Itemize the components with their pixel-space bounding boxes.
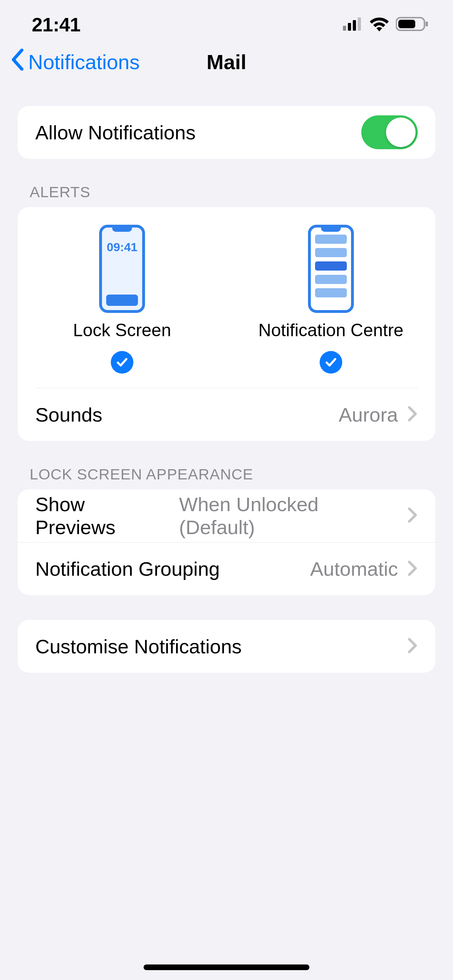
- show-previews-label: Show Previews: [35, 493, 169, 539]
- alert-option-lockscreen[interactable]: 09:41 Lock Screen: [17, 225, 227, 374]
- alert-option-notification-centre[interactable]: Notification Centre: [227, 225, 436, 374]
- battery-icon: [396, 17, 428, 33]
- customise-notifications-row[interactable]: Customise Notifications: [17, 620, 436, 673]
- svg-rect-1: [348, 23, 351, 31]
- alert-option-label: Notification Centre: [258, 320, 403, 340]
- svg-rect-2: [353, 20, 356, 31]
- checkmark-icon: [111, 351, 134, 374]
- notification-grouping-label: Notification Grouping: [35, 557, 220, 580]
- status-bar: 21:41: [0, 0, 453, 39]
- alerts-card: 09:41 Lock Screen Notification Centre: [17, 207, 436, 441]
- chevron-right-icon: [408, 638, 418, 655]
- alerts-header: ALERTS: [30, 183, 436, 201]
- lockscreen-appearance-header: LOCK SCREEN APPEARANCE: [30, 466, 436, 483]
- notification-grouping-value: Automatic: [310, 557, 398, 580]
- status-time: 21:41: [32, 13, 80, 36]
- svg-rect-0: [343, 26, 346, 31]
- notification-grouping-row[interactable]: Notification Grouping Automatic: [17, 542, 436, 595]
- back-button[interactable]: Notifications: [11, 49, 140, 75]
- customise-card: Customise Notifications: [17, 620, 436, 673]
- chevron-right-icon: [408, 507, 418, 524]
- preview-time: 09:41: [102, 240, 142, 254]
- alerts-options: 09:41 Lock Screen Notification Centre: [17, 207, 436, 388]
- customise-notifications-label: Customise Notifications: [35, 635, 242, 658]
- chevron-right-icon: [408, 406, 418, 423]
- svg-rect-3: [358, 17, 361, 31]
- allow-notifications-card: Allow Notifications: [17, 106, 436, 159]
- lockscreen-appearance-card: Show Previews When Unlocked (Default) No…: [17, 489, 436, 595]
- cellular-icon: [343, 17, 363, 32]
- home-indicator: [144, 964, 309, 970]
- allow-notifications-row: Allow Notifications: [17, 106, 436, 159]
- sounds-row[interactable]: Sounds Aurora: [17, 388, 436, 441]
- toggle-knob: [386, 118, 416, 147]
- svg-rect-6: [426, 22, 428, 27]
- wifi-icon: [369, 17, 389, 33]
- back-label: Notifications: [28, 50, 140, 74]
- checkmark-icon: [319, 351, 342, 374]
- svg-rect-5: [398, 20, 415, 28]
- show-previews-value: When Unlocked (Default): [179, 493, 398, 539]
- allow-notifications-toggle[interactable]: [361, 115, 418, 149]
- lockscreen-preview-icon: 09:41: [99, 225, 145, 313]
- sounds-value: Aurora: [339, 403, 398, 426]
- nav-bar: Notifications Mail: [0, 39, 453, 85]
- alert-option-label: Lock Screen: [73, 320, 171, 340]
- sounds-label: Sounds: [35, 403, 102, 426]
- show-previews-row[interactable]: Show Previews When Unlocked (Default): [17, 489, 436, 542]
- allow-notifications-label: Allow Notifications: [35, 121, 196, 144]
- chevron-right-icon: [408, 560, 418, 578]
- notification-centre-preview-icon: [308, 225, 354, 313]
- status-icons: [343, 17, 428, 33]
- chevron-left-icon: [11, 49, 25, 75]
